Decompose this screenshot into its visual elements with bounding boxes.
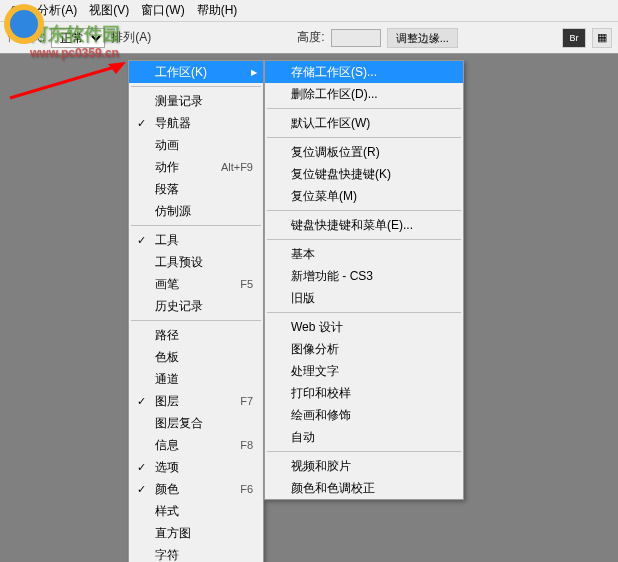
menu-item[interactable]: 工具预设 [129,251,263,273]
menu-item-label: 图层 [155,393,179,410]
menu-item-label: 画笔 [155,276,179,293]
menubar: (T) 分析(A) 视图(V) 窗口(W) 帮助(H) [0,0,618,22]
menu-item[interactable]: 路径 [129,324,263,346]
menu-item[interactable]: 复位调板位置(R) [265,141,463,163]
style-select[interactable]: 正常 [51,28,105,48]
menu-t[interactable]: (T) [4,2,31,20]
menu-item-label: 存储工作区(S)... [291,64,377,81]
menu-item[interactable]: 工作区(K) [129,61,263,83]
menu-item[interactable]: 绘画和修饰 [265,404,463,426]
adjust-edges-button[interactable]: 调整边缘... [387,28,458,48]
menu-item[interactable]: 视频和胶片 [265,455,463,477]
check-icon: ✓ [137,461,146,474]
workspace-submenu: 存储工作区(S)...删除工作区(D)...默认工作区(W)复位调板位置(R)复… [264,60,464,500]
menu-item[interactable]: 新增功能 - CS3 [265,265,463,287]
check-icon: ✓ [137,117,146,130]
menu-item[interactable]: 默认工作区(W) [265,112,463,134]
menu-item[interactable]: ✓选项 [129,456,263,478]
menu-item[interactable]: 复位菜单(M) [265,185,463,207]
menu-item[interactable]: 样式 [129,500,263,522]
height-label: 高度: [297,29,324,46]
menu-separator [267,108,461,109]
menu-item-label: 导航器 [155,115,191,132]
menu-item[interactable]: 基本 [265,243,463,265]
menu-item[interactable]: 图像分析 [265,338,463,360]
menu-item[interactable]: 仿制源 [129,200,263,222]
menu-item-label: 复位键盘快捷键(K) [291,166,391,183]
menu-item-label: 动作 [155,159,179,176]
grid-icon[interactable]: ▦ [592,28,612,48]
menu-item[interactable]: 色板 [129,346,263,368]
menu-separator [131,86,261,87]
menu-item[interactable]: ✓颜色F6 [129,478,263,500]
menu-item[interactable]: ✓工具 [129,229,263,251]
sort-label[interactable]: 排列(A) [111,29,151,46]
menu-item[interactable]: 画笔F5 [129,273,263,295]
height-input[interactable] [331,29,381,47]
menu-item[interactable]: 自动 [265,426,463,448]
menu-item[interactable]: 测量记录 [129,90,263,112]
menu-item[interactable]: 动画 [129,134,263,156]
menu-separator [267,210,461,211]
menu-item-label: 测量记录 [155,93,203,110]
check-icon: ✓ [137,395,146,408]
menu-item-label: 路径 [155,327,179,344]
menu-item-label: 键盘快捷键和菜单(E)... [291,217,413,234]
menu-separator [267,451,461,452]
menu-item-label: 工具预设 [155,254,203,271]
menu-item[interactable]: 处理文字 [265,360,463,382]
menu-item[interactable]: 通道 [129,368,263,390]
menu-item-label: 打印和校样 [291,385,351,402]
menu-item[interactable]: 旧版 [265,287,463,309]
menu-item[interactable]: 直方图 [129,522,263,544]
menu-analyze[interactable]: 分析(A) [31,0,83,21]
check-icon: ✓ [137,483,146,496]
menu-item-label: 工作区(K) [155,64,207,81]
menu-item-label: 字符 [155,547,179,563]
menu-item[interactable]: 段落 [129,178,263,200]
menu-item-label: 自动 [291,429,315,446]
menu-item-label: 图层复合 [155,415,203,432]
menu-item-label: 旧版 [291,290,315,307]
style-label: 样式: [18,29,45,46]
menu-item-label: 通道 [155,371,179,388]
menu-help[interactable]: 帮助(H) [191,0,244,21]
menu-separator [131,225,261,226]
menu-item-label: 新增功能 - CS3 [291,268,373,285]
menu-item-label: 仿制源 [155,203,191,220]
menu-item-label: 样式 [155,503,179,520]
menu-item[interactable]: 键盘快捷键和菜单(E)... [265,214,463,236]
menu-item-label: 信息 [155,437,179,454]
menu-item[interactable]: 信息F8 [129,434,263,456]
menu-window[interactable]: 窗口(W) [135,0,190,21]
menu-item[interactable]: 动作Alt+F9 [129,156,263,178]
menu-item[interactable]: 删除工作区(D)... [265,83,463,105]
menu-item-label: 选项 [155,459,179,476]
menu-item[interactable]: 颜色和色调校正 [265,477,463,499]
menu-item-label: 基本 [291,246,315,263]
menu-item[interactable]: ✓导航器 [129,112,263,134]
menu-item[interactable]: 存储工作区(S)... [265,61,463,83]
menu-item-label: Web 设计 [291,319,343,336]
menu-item[interactable]: 图层复合 [129,412,263,434]
menu-item-label: 复位调板位置(R) [291,144,380,161]
menu-item[interactable]: 打印和校样 [265,382,463,404]
menu-separator [267,312,461,313]
menu-shortcut: F8 [240,439,253,451]
menu-item-label: 直方图 [155,525,191,542]
menu-item[interactable]: 历史记录 [129,295,263,317]
menu-item-label: 颜色 [155,481,179,498]
window-menu: 工作区(K)测量记录✓导航器动画动作Alt+F9段落仿制源✓工具工具预设画笔F5… [128,60,264,562]
menu-item-label: 色板 [155,349,179,366]
menu-item-label: 默认工作区(W) [291,115,370,132]
menu-item-label: 视频和胶片 [291,458,351,475]
menu-item[interactable]: ✓图层F7 [129,390,263,412]
bridge-icon[interactable]: Br [562,28,586,48]
menu-item-label: 绘画和修饰 [291,407,351,424]
menu-item[interactable]: Web 设计 [265,316,463,338]
check-icon: ✓ [137,234,146,247]
menu-view[interactable]: 视图(V) [83,0,135,21]
menu-item-label: 段落 [155,181,179,198]
menu-item[interactable]: 复位键盘快捷键(K) [265,163,463,185]
menu-item[interactable]: 字符 [129,544,263,562]
